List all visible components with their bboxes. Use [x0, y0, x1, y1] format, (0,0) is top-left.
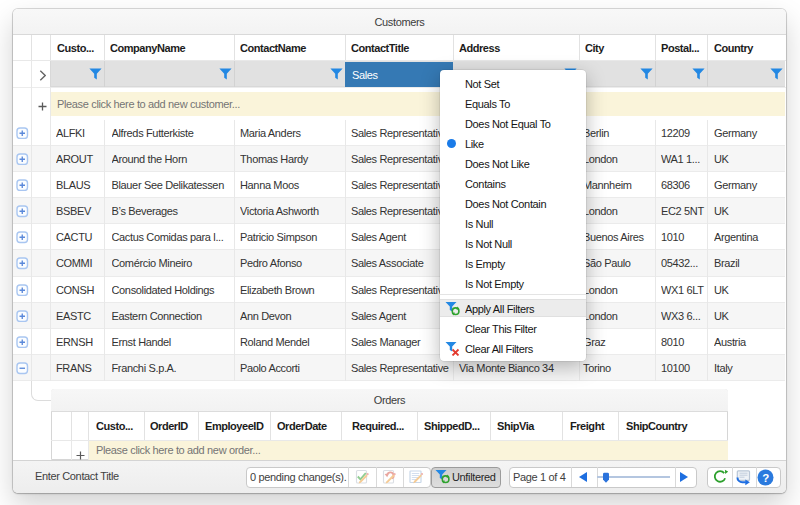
svg-text:?: ?	[762, 471, 769, 483]
